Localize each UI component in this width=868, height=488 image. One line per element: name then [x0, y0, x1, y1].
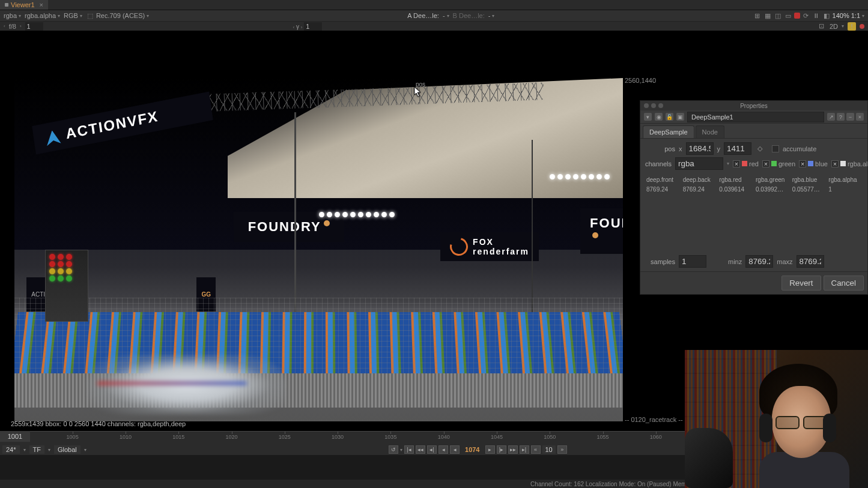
grid-icon[interactable]: ⊞: [753, 11, 762, 20]
maxz-input[interactable]: [797, 255, 824, 268]
property-tabs: DeepSample Node: [640, 124, 867, 139]
next-key-icon[interactable]: ▸▸: [508, 445, 518, 454]
chevron-down-icon[interactable]: ▾: [84, 447, 86, 453]
timeline-tick: 1040: [438, 434, 450, 440]
minz-input[interactable]: [745, 255, 773, 268]
alpha-checkbox[interactable]: [831, 160, 839, 167]
red-checkbox[interactable]: [733, 160, 740, 167]
pause-icon[interactable]: ⏸: [812, 11, 821, 20]
overlay-icon[interactable]: ▦: [763, 11, 772, 20]
layer-selector[interactable]: rgba▾: [4, 12, 21, 19]
play-icon[interactable]: ▸: [485, 445, 495, 454]
view-mode-selector[interactable]: 2D: [830, 23, 838, 30]
chevron-left-icon[interactable]: ‹: [4, 23, 5, 29]
display-transform-selector[interactable]: ⬚ Rec.709 (ACES)▾: [86, 11, 149, 20]
chevron-left-icon[interactable]: ‹: [293, 25, 295, 30]
prev-frame-icon[interactable]: ◂|: [427, 445, 437, 454]
step-back-icon[interactable]: «: [531, 445, 541, 454]
channel-selector[interactable]: rgba.alpha▾: [25, 12, 60, 19]
chevron-down-icon: ▾: [147, 13, 149, 19]
frame-range-start[interactable]: 1001: [0, 431, 30, 442]
chevron-down-icon[interactable]: ▾: [842, 23, 844, 29]
window-controls[interactable]: [644, 103, 663, 108]
timeline-tick: 1005: [67, 434, 79, 440]
stop-icon[interactable]: ◂: [450, 445, 460, 454]
blue-checkbox[interactable]: [799, 160, 806, 167]
timeline-tick: 1060: [650, 434, 662, 440]
pos-y-input[interactable]: [724, 142, 751, 155]
next-frame-icon[interactable]: |▸: [497, 445, 506, 454]
close-icon[interactable]: ×: [40, 1, 43, 8]
error-icon[interactable]: [860, 24, 864, 29]
first-frame-icon[interactable]: |◂: [404, 445, 414, 454]
col-rgba-alpha: rgba.alpha: [827, 176, 863, 183]
node-icon[interactable]: ▣: [676, 113, 684, 121]
proxy-icon[interactable]: ◧: [822, 11, 831, 20]
revert-button[interactable]: Revert: [782, 276, 821, 291]
warning-icon[interactable]: !: [848, 22, 856, 31]
gamma-input[interactable]: [304, 22, 322, 31]
scope-mode[interactable]: Global: [54, 445, 80, 454]
samples-label: samples: [645, 258, 675, 265]
record-icon[interactable]: [794, 13, 800, 19]
blue-swatch-icon: [808, 161, 813, 166]
roi-icon[interactable]: ▭: [784, 11, 792, 20]
cancel-button[interactable]: Cancel: [824, 276, 864, 291]
anim-icon[interactable]: ◇: [757, 145, 762, 152]
viewer-toolbar: rgba▾ rgba.alpha▾ RGB▾ ⬚ Rec.709 (ACES)▾…: [0, 10, 868, 21]
minimize-icon[interactable]: −: [846, 113, 854, 121]
channels-label: channels: [645, 160, 672, 167]
accumulate-checkbox[interactable]: [772, 145, 779, 152]
fstop-input[interactable]: [25, 22, 43, 31]
sync-mode[interactable]: TF: [29, 445, 44, 454]
chevron-down-icon[interactable]: ▾: [862, 13, 864, 19]
properties-titlebar[interactable]: Properties: [640, 101, 867, 110]
tab-node[interactable]: Node: [696, 125, 724, 138]
last-frame-icon[interactable]: ▸|: [520, 445, 529, 454]
pos-x-label: x: [679, 145, 682, 152]
chevron-right-icon[interactable]: ›: [301, 25, 303, 30]
colorspace-selector[interactable]: RGB▾: [64, 12, 82, 19]
float-icon[interactable]: ↗: [827, 113, 835, 121]
chevron-down-icon[interactable]: ▾: [400, 447, 402, 453]
center-icon[interactable]: ◉: [655, 113, 663, 121]
collapse-icon[interactable]: ▾: [644, 113, 652, 121]
lock-icon[interactable]: 🔓: [666, 113, 673, 121]
viewer-image[interactable]: ACTIONVFX FOUNDRY FOXrenderfarm FOUND AC…: [14, 78, 623, 421]
tab-deepsample[interactable]: DeepSample: [643, 125, 694, 138]
node-name-field[interactable]: DeepSample1: [687, 112, 824, 122]
b-input-selector[interactable]: -▾: [488, 12, 495, 19]
chevron-right-icon[interactable]: ›: [20, 23, 22, 29]
step-field[interactable]: 10: [542, 445, 556, 454]
image-info: 2559x1439 bbox: 0 0 2560 1440 channels: …: [11, 420, 186, 427]
channels-input[interactable]: [675, 157, 723, 170]
col-rgba-green: rgba.green: [754, 176, 790, 183]
help-icon[interactable]: ?: [837, 113, 845, 121]
a-input-selector[interactable]: -▾: [443, 12, 449, 19]
chevron-down-icon: ▾: [19, 13, 21, 19]
banner-fox-2: renderfarm: [473, 247, 529, 256]
refresh-icon[interactable]: ⟳: [802, 11, 810, 20]
chevron-down-icon[interactable]: ▾: [727, 161, 729, 166]
green-checkbox[interactable]: [762, 160, 769, 167]
minz-label: minz: [728, 258, 742, 265]
mask-icon[interactable]: ◫: [774, 11, 782, 20]
table-row[interactable]: 8769.24 8769.24 0.039614 0.03992… 0.0557…: [645, 185, 863, 194]
properties-panel: Properties ▾ ◉ 🔓 ▣ DeepSample1 ↗ ? − × D…: [640, 100, 868, 295]
close-icon[interactable]: ×: [856, 113, 864, 121]
fps-field[interactable]: 24*: [2, 445, 20, 454]
pos-x-input[interactable]: [686, 142, 714, 155]
scale-ratio[interactable]: 1:1: [851, 12, 860, 19]
deep-sample-table: deep.front deep.back rgba.red rgba.green…: [645, 175, 863, 194]
zoom-value[interactable]: 140%: [833, 12, 849, 19]
play-back-icon[interactable]: ◂: [439, 445, 448, 454]
prev-key-icon[interactable]: ◂◂: [416, 445, 425, 454]
view-icon[interactable]: ⊡: [818, 22, 826, 31]
chevron-down-icon[interactable]: ▾: [23, 447, 26, 453]
chevron-down-icon[interactable]: ▾: [48, 447, 50, 453]
step-fwd-icon[interactable]: »: [557, 445, 567, 454]
current-frame[interactable]: 1074: [461, 446, 483, 453]
viewer-tab[interactable]: Viewer1 ×: [0, 0, 48, 10]
samples-input[interactable]: [679, 255, 706, 268]
loop-icon[interactable]: ↺: [389, 445, 398, 454]
